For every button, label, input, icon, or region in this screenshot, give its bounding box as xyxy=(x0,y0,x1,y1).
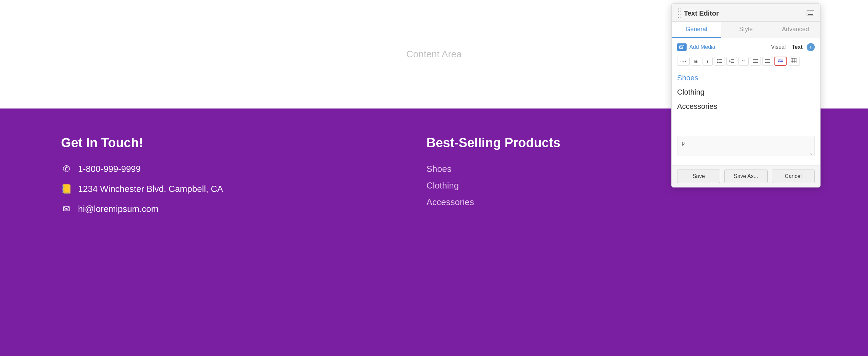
contact-phone: ✆ 1-800-999-9999 xyxy=(61,164,223,174)
address-text: 1234 Winchester Blvd. Campbell, CA xyxy=(78,184,223,194)
editor-line-clothing: Clothing xyxy=(677,88,815,97)
text-editor-panel: Text Editor General Style Advanced + xyxy=(671,3,821,187)
bold-button[interactable]: B xyxy=(691,57,701,66)
format-toolbar: ··· ▾ B I 1.2.3. “” xyxy=(677,55,815,68)
svg-rect-21 xyxy=(791,58,796,63)
visual-text-toggle: Visual Text + xyxy=(769,43,815,51)
editor-line-accessories: Accessories xyxy=(677,102,815,111)
editor-body: + Add Media Visual Text + ··· ▾ B xyxy=(672,38,820,165)
contact-email: ✉ hi@loremipsum.com xyxy=(61,204,223,214)
save-as-button[interactable]: Save As... xyxy=(724,170,767,183)
address-icon: 📒 xyxy=(61,184,72,194)
add-toggle-button[interactable]: + xyxy=(807,43,815,51)
resize-handle[interactable]: ↘ xyxy=(810,151,814,155)
cancel-button[interactable]: Cancel xyxy=(772,170,815,183)
tab-general[interactable]: General xyxy=(672,22,721,38)
visual-toggle-button[interactable]: Visual xyxy=(769,43,788,51)
minimize-button[interactable] xyxy=(807,11,814,16)
email-text: hi@loremipsum.com xyxy=(78,204,158,214)
drag-handle[interactable] xyxy=(678,8,680,18)
email-icon: ✉ xyxy=(61,204,72,214)
align-right-button[interactable] xyxy=(762,57,773,66)
text-toggle-button[interactable]: Text xyxy=(790,43,805,51)
panel-footer: Save Save As... Cancel xyxy=(672,165,820,187)
blockquote-button[interactable]: “” xyxy=(738,57,749,66)
content-area-label: Content Area xyxy=(406,49,461,60)
tab-advanced[interactable]: Advanced xyxy=(771,22,820,38)
add-media-label: Add Media xyxy=(689,44,715,50)
svg-text:3.: 3. xyxy=(729,61,731,63)
align-left-button[interactable] xyxy=(750,57,761,66)
editor-content[interactable]: Shoes Clothing Accessories xyxy=(677,72,815,133)
link-button[interactable] xyxy=(774,57,787,66)
products-list: Shoes Clothing Accessories xyxy=(427,164,560,207)
html-source-content: p xyxy=(682,140,685,146)
contact-title: Get In Touch! xyxy=(61,136,223,150)
save-button[interactable]: Save xyxy=(677,170,720,183)
phone-text: 1-800-999-9999 xyxy=(78,164,141,174)
page-wrapper: Content Area Get In Touch! ✆ 1-800-999-9… xyxy=(0,0,868,356)
panel-tabs: General Style Advanced xyxy=(672,22,820,38)
add-media-button[interactable]: + Add Media xyxy=(677,43,715,51)
svg-point-8 xyxy=(717,62,718,62)
product-shoes: Shoes xyxy=(427,164,560,174)
panel-title: Text Editor xyxy=(684,9,807,17)
editor-top-bar: + Add Media Visual Text + xyxy=(677,43,815,51)
product-accessories: Accessories xyxy=(427,197,560,207)
italic-button[interactable]: I xyxy=(703,57,713,66)
panel-header: Text Editor xyxy=(672,4,820,22)
svg-point-7 xyxy=(717,60,718,61)
ordered-list-button[interactable]: 1.2.3. xyxy=(726,57,737,66)
table-button[interactable] xyxy=(788,57,800,66)
footer-contact-column: Get In Touch! ✆ 1-800-999-9999 📒 1234 Wi… xyxy=(61,136,223,224)
footer-products-column: Best-Selling Products Shoes Clothing Acc… xyxy=(427,136,560,224)
phone-icon: ✆ xyxy=(61,164,72,174)
svg-text:+: + xyxy=(683,45,684,47)
unordered-list-button[interactable] xyxy=(714,57,725,66)
editor-line-shoes: Shoes xyxy=(677,74,815,82)
add-media-icon: + xyxy=(677,43,687,51)
tab-style[interactable]: Style xyxy=(721,22,771,38)
product-clothing: Clothing xyxy=(427,180,560,191)
more-options-button[interactable]: ··· ▾ xyxy=(677,57,690,66)
html-source-area[interactable]: p ↘ xyxy=(677,136,815,156)
contact-address: 📒 1234 Winchester Blvd. Campbell, CA xyxy=(61,184,223,194)
products-title: Best-Selling Products xyxy=(427,136,560,150)
svg-point-6 xyxy=(717,59,718,60)
